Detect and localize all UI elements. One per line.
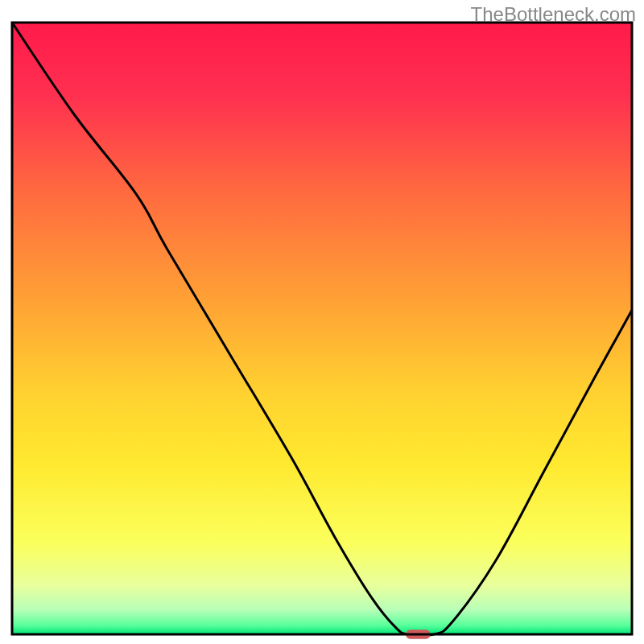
chart-svg [0,0,644,644]
plot-background [12,23,632,634]
watermark-text: TheBottleneck.com [471,3,636,26]
bottleneck-chart: TheBottleneck.com [0,0,644,644]
